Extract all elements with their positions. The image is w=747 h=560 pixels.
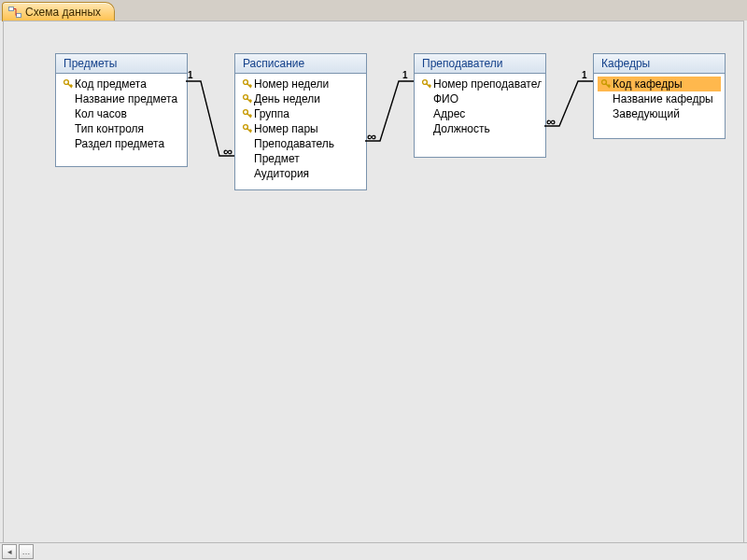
table-fields: Номер преподавателяФИОАдресДолжность [415, 74, 545, 139]
cardinality-many-label: ∞ [367, 132, 376, 141]
field-row[interactable]: Аудитория [239, 166, 362, 181]
field-name: Предмет [254, 152, 300, 165]
field-row[interactable]: День недели [239, 91, 362, 106]
field-name: Аудитория [254, 167, 309, 180]
table-t-subjects[interactable]: Предметы Код предметаНазвание предметаКо… [55, 53, 188, 167]
field-name: Группа [254, 107, 289, 120]
field-row[interactable]: Кол часов [60, 106, 183, 121]
field-row[interactable]: Тип контроля [60, 121, 183, 136]
table-title[interactable]: Преподаватели [415, 54, 545, 74]
field-name: Тип контроля [75, 122, 144, 135]
primary-key-icon [241, 108, 254, 119]
field-row[interactable]: Адрес [418, 106, 542, 121]
field-row[interactable]: Номер недели [239, 77, 362, 91]
field-name: Раздел предмета [75, 137, 164, 150]
relationships-canvas[interactable]: Предметы Код предметаНазвание предметаКо… [3, 21, 744, 543]
field-name: ФИО [433, 92, 458, 105]
field-name: Кол часов [75, 107, 127, 120]
field-name: Название кафедры [613, 92, 713, 105]
field-name: Название предмета [75, 92, 177, 105]
table-t-schedule[interactable]: Расписание Номер недели День недели Груп… [234, 53, 367, 190]
primary-key-icon [62, 78, 75, 90]
tab-relationships[interactable]: Схема данных [2, 2, 115, 21]
cardinality-many-label: ∞ [223, 147, 233, 156]
field-row[interactable]: Должность [418, 121, 542, 136]
field-row[interactable]: Заведующий [598, 106, 721, 121]
field-name: Номер преподавателя [433, 77, 542, 91]
field-name: Заведующий [613, 107, 680, 120]
nav-first-button[interactable]: ◂ [2, 544, 17, 559]
table-t-departments[interactable]: Кафедры Код кафедрыНазвание кафедрыЗавед… [593, 53, 726, 139]
table-title[interactable]: Предметы [56, 54, 187, 74]
field-row[interactable]: Код кафедры [598, 77, 721, 91]
field-row[interactable]: Код предмета [60, 77, 183, 91]
table-title[interactable]: Расписание [235, 54, 366, 74]
field-name: День недели [254, 92, 320, 105]
field-row[interactable]: Раздел предмета [60, 136, 183, 151]
field-name: Номер пары [254, 122, 318, 135]
primary-key-icon [241, 93, 254, 105]
field-row[interactable]: Название предмета [60, 91, 183, 106]
table-title[interactable]: Кафедры [594, 54, 725, 74]
relationships-icon [8, 7, 21, 18]
cardinality-one-label: 1 [188, 70, 193, 80]
cardinality-many-label: ∞ [546, 117, 556, 126]
record-navigator: ◂ … [0, 542, 747, 560]
field-name: Код кафедры [613, 77, 683, 91]
primary-key-icon [420, 78, 433, 90]
table-fields: Код предметаНазвание предметаКол часовТи… [56, 74, 187, 154]
tab-bar: Схема данных [0, 0, 747, 21]
primary-key-icon [599, 78, 613, 90]
field-name: Преподаватель [254, 137, 334, 150]
table-fields: Код кафедрыНазвание кафедрыЗаведующий [594, 74, 725, 124]
field-name: Адрес [433, 107, 465, 120]
field-row[interactable]: ФИО [418, 91, 542, 106]
cardinality-one-label: 1 [582, 70, 587, 80]
field-row[interactable]: Группа [239, 106, 362, 121]
field-row[interactable]: Номер преподавателя [418, 77, 542, 91]
tab-label: Схема данных [25, 6, 101, 19]
field-row[interactable]: Название кафедры [598, 91, 721, 106]
field-row[interactable]: Предмет [239, 151, 362, 166]
nav-prev-button[interactable]: … [19, 544, 34, 559]
field-row[interactable]: Преподаватель [239, 136, 362, 151]
svg-rect-0 [9, 7, 14, 11]
primary-key-icon [241, 78, 254, 90]
svg-rect-1 [17, 14, 21, 18]
primary-key-icon [241, 123, 254, 134]
table-fields: Номер недели День недели Группа Номер па… [235, 74, 366, 184]
field-name: Код предмета [75, 77, 147, 91]
field-name: Должность [433, 122, 490, 135]
table-t-teachers[interactable]: Преподаватели Номер преподавателяФИОАдре… [414, 53, 546, 158]
field-row[interactable]: Номер пары [239, 121, 362, 136]
cardinality-one-label: 1 [402, 70, 408, 80]
field-name: Номер недели [254, 77, 329, 91]
